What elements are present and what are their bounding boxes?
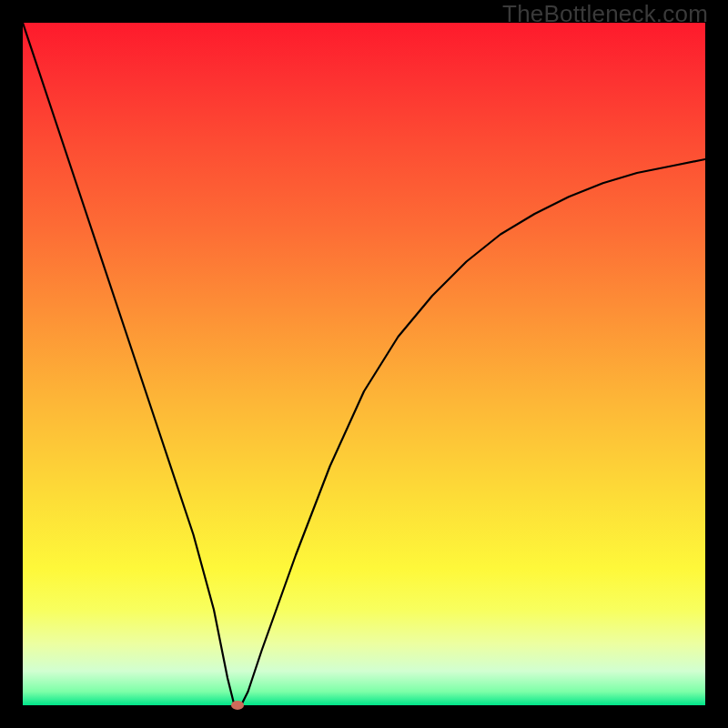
watermark-text: TheBottleneck.com [502, 0, 708, 28]
chart-gradient-background [23, 23, 705, 705]
